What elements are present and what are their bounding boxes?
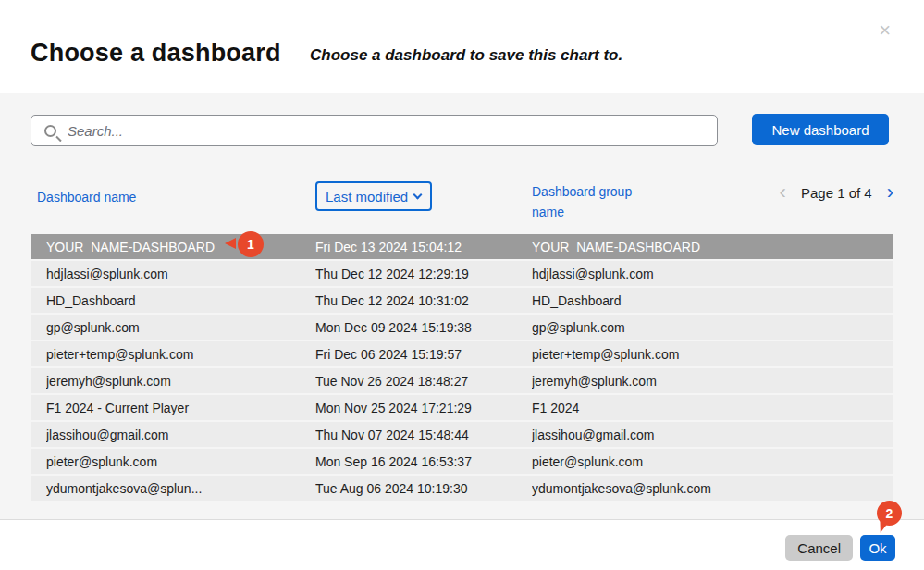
- choose-dashboard-modal: Choose a dashboard Choose a dashboard to…: [0, 0, 924, 570]
- ok-button[interactable]: Ok: [860, 535, 895, 561]
- table-row[interactable]: HD_DashboardThu Dec 12 2024 10:31:02HD_D…: [31, 288, 893, 313]
- chevron-down-icon: [413, 190, 423, 199]
- modal-body: New dashboard Dashboard name Last modifi…: [0, 93, 924, 519]
- close-icon[interactable]: ×: [879, 20, 891, 41]
- new-dashboard-button[interactable]: New dashboard: [752, 114, 889, 145]
- column-dashboard-name[interactable]: Dashboard name: [37, 190, 136, 204]
- cell-group: pieter+temp@splunk.com: [532, 347, 893, 362]
- cell-group: HD_Dashboard: [532, 293, 893, 308]
- page-title: Choose a dashboard: [31, 39, 281, 68]
- table-body: YOUR_NAME-DASHBOARDFri Dec 13 2024 15:04…: [31, 234, 893, 502]
- cell-modified: Fri Dec 13 2024 15:04:12: [315, 240, 532, 254]
- cell-name: ydumontjakesova@splun...: [46, 481, 315, 496]
- cell-name: jeremyh@splunk.com: [46, 374, 315, 389]
- cell-modified: Mon Sep 16 2024 16:53:37: [315, 454, 532, 469]
- cell-group: F1 2024: [532, 401, 893, 415]
- cell-name: hdjlassi@splunk.com: [46, 266, 315, 281]
- cell-group: jeremyh@splunk.com: [532, 374, 893, 389]
- table-row[interactable]: YOUR_NAME-DASHBOARDFri Dec 13 2024 15:04…: [31, 234, 893, 259]
- cell-modified: Mon Dec 09 2024 15:19:38: [315, 320, 532, 335]
- table-row[interactable]: pieter@splunk.comMon Sep 16 2024 16:53:3…: [31, 449, 893, 474]
- table-column-header: Dashboard name Last modified Dashboard g…: [31, 175, 893, 219]
- table-row[interactable]: F1 2024 - Current PlayerMon Nov 25 2024 …: [31, 395, 893, 420]
- cell-name: jlassihou@gmail.com: [46, 428, 315, 442]
- column-dashboard-group-name[interactable]: Dashboard group name: [532, 181, 643, 223]
- page-label: Page 1 of 4: [801, 185, 872, 201]
- cancel-button[interactable]: Cancel: [785, 535, 853, 561]
- cell-group: YOUR_NAME-DASHBOARD: [532, 240, 893, 254]
- table-row[interactable]: gp@splunk.comMon Dec 09 2024 15:19:38gp@…: [31, 315, 893, 340]
- table-row[interactable]: pieter+temp@splunk.comFri Dec 06 2024 15…: [31, 341, 893, 366]
- table-row[interactable]: hdjlassi@splunk.comThu Dec 12 2024 12:29…: [31, 261, 893, 286]
- page-next-icon[interactable]: ›: [887, 182, 893, 203]
- cell-modified: Mon Nov 25 2024 17:21:29: [315, 401, 532, 415]
- cell-name: YOUR_NAME-DASHBOARD: [46, 240, 315, 254]
- cell-modified: Tue Nov 26 2024 18:48:27: [315, 374, 532, 389]
- search-box: [31, 115, 718, 146]
- modal-header: Choose a dashboard Choose a dashboard to…: [0, 0, 924, 93]
- table-row[interactable]: jlassihou@gmail.comThu Nov 07 2024 15:48…: [31, 422, 893, 447]
- annotation-badge-2: 2: [877, 501, 902, 526]
- search-input[interactable]: [56, 123, 708, 139]
- cell-modified: Thu Dec 12 2024 12:29:19: [315, 266, 532, 281]
- cell-modified: Thu Dec 12 2024 10:31:02: [315, 293, 532, 308]
- cell-group: jlassihou@gmail.com: [532, 428, 893, 442]
- modal-footer: Cancel Ok: [0, 519, 924, 570]
- cell-name: gp@splunk.com: [46, 320, 315, 335]
- last-modified-label: Last modified: [326, 189, 408, 204]
- search-icon: [44, 125, 56, 137]
- cell-name: HD_Dashboard: [46, 293, 315, 308]
- cell-modified: Thu Nov 07 2024 15:48:44: [315, 428, 532, 442]
- cell-group: pieter@splunk.com: [532, 454, 893, 469]
- table-row[interactable]: jeremyh@splunk.comTue Nov 26 2024 18:48:…: [31, 368, 893, 393]
- cell-name: F1 2024 - Current Player: [46, 401, 315, 415]
- cell-group: hdjlassi@splunk.com: [532, 266, 893, 281]
- cell-group: gp@splunk.com: [532, 320, 893, 335]
- last-modified-dropdown[interactable]: Last modified: [315, 181, 432, 211]
- pagination: ‹ Page 1 of 4 ›: [780, 182, 893, 203]
- cell-group: ydumontjakesova@splunk.com: [532, 481, 893, 496]
- table-row[interactable]: ydumontjakesova@splun...Tue Aug 06 2024 …: [31, 476, 893, 501]
- annotation-badge-1-tail: [225, 238, 236, 249]
- cell-name: pieter@splunk.com: [46, 454, 315, 469]
- page-subtitle: Choose a dashboard to save this chart to…: [310, 46, 622, 65]
- page-prev-icon[interactable]: ‹: [780, 182, 786, 203]
- cell-modified: Fri Dec 06 2024 15:19:57: [315, 347, 532, 362]
- cell-modified: Tue Aug 06 2024 10:19:30: [315, 481, 532, 496]
- annotation-badge-1: 1: [238, 231, 264, 257]
- cell-name: pieter+temp@splunk.com: [46, 347, 315, 362]
